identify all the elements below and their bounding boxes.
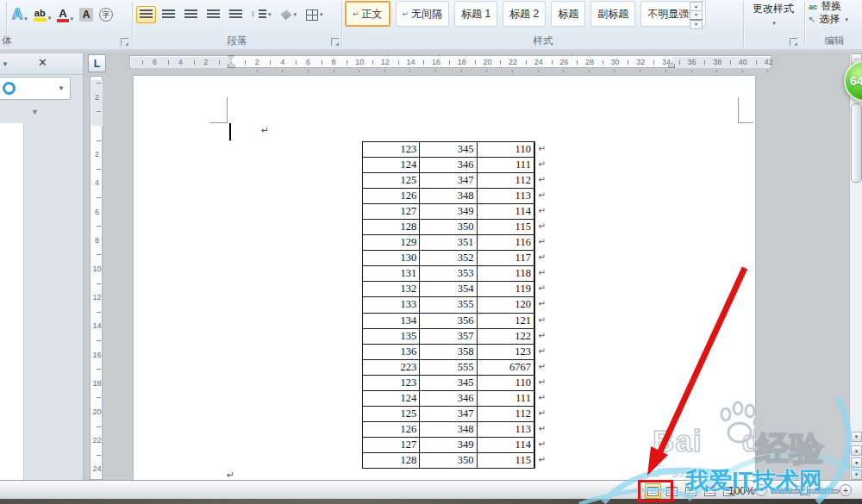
table-cell[interactable]: 110 (478, 376, 534, 390)
table-cell[interactable]: 114 (478, 204, 534, 219)
table-cell[interactable]: 132 (363, 282, 420, 296)
styles-dialog-launcher-icon[interactable] (790, 38, 797, 46)
navigation-search-input[interactable]: ▼ (0, 77, 71, 100)
table-cell[interactable]: 112 (478, 173, 534, 188)
table-cell[interactable]: 347 (420, 173, 477, 188)
table-cell[interactable]: 353 (420, 266, 477, 281)
table-cell[interactable]: 354 (420, 282, 477, 296)
table-cell[interactable]: 555 (420, 360, 477, 375)
table-cell[interactable]: 126 (363, 189, 420, 203)
style-item[interactable]: ↵无间隔 (396, 1, 450, 27)
horizontal-ruler[interactable]: 6422468101214161820222426283032343638404… (129, 55, 771, 76)
table-cell[interactable]: 350 (420, 220, 477, 234)
font-color-button[interactable]: A▾ (55, 6, 75, 24)
text-effects-button[interactable]: A▾ (10, 5, 29, 24)
table-cell[interactable]: 116 (478, 235, 534, 250)
table-cell[interactable]: 126 (363, 422, 420, 437)
replace-button[interactable]: ac 替换 (809, 0, 860, 13)
style-item[interactable]: 副标题 (590, 1, 635, 27)
table-cell[interactable]: 124 (363, 391, 420, 406)
table-cell[interactable]: 125 (363, 173, 420, 188)
table-cell[interactable]: 133 (363, 297, 420, 312)
shading-button[interactable]: ▾ (278, 6, 301, 23)
align-left-button[interactable] (136, 6, 156, 23)
table-cell[interactable]: 358 (420, 345, 477, 359)
table-cell[interactable]: 127 (363, 204, 420, 219)
table-cell[interactable]: 122 (478, 329, 534, 344)
table-cell[interactable]: 119 (478, 282, 534, 296)
table-cell[interactable]: 357 (420, 329, 477, 344)
table-cell[interactable]: 110 (478, 142, 534, 157)
table-cell[interactable]: 346 (420, 158, 477, 172)
table-cell[interactable]: 135 (363, 329, 420, 344)
table-cell[interactable]: 128 (363, 453, 420, 468)
table-cell[interactable]: 120 (478, 297, 534, 312)
navigation-results-panel[interactable] (0, 123, 24, 480)
align-center-button[interactable] (159, 6, 178, 23)
table-cell[interactable]: 117 (478, 251, 534, 265)
chevron-down-icon[interactable]: ▼ (58, 84, 65, 92)
gallery-more-icon[interactable]: ▾ (690, 19, 703, 29)
select-browse-object-button[interactable] (851, 457, 862, 468)
table-cell[interactable]: 356 (420, 314, 477, 328)
table-cell[interactable]: 345 (420, 376, 477, 390)
table-cell[interactable]: 111 (478, 391, 534, 406)
table-cell[interactable]: 223 (363, 360, 420, 375)
paragraph-dialog-launcher-icon[interactable] (331, 38, 339, 46)
table-cell[interactable]: 130 (363, 251, 420, 265)
table-cell[interactable]: 347 (420, 407, 477, 421)
table-cell[interactable]: 355 (420, 297, 477, 312)
table-cell[interactable]: 123 (363, 142, 420, 157)
browse-options-chevron-icon[interactable]: ▼ (31, 108, 39, 116)
table-cell[interactable]: 128 (363, 220, 420, 234)
previous-page-button[interactable] (851, 445, 862, 456)
table-cell[interactable]: 113 (478, 189, 534, 203)
table-cell[interactable]: 114 (478, 438, 534, 452)
table-cell[interactable]: 113 (478, 422, 534, 437)
close-icon[interactable]: ✕ (38, 56, 47, 69)
vertical-ruler[interactable]: 224681012141618202224 (90, 76, 104, 480)
select-button[interactable]: ↖ 选择 ▾ (809, 13, 860, 26)
vertical-scrollbar[interactable] (849, 53, 862, 480)
highlight-button[interactable]: ab▾ (32, 6, 53, 23)
table-cell[interactable]: 349 (420, 438, 477, 452)
table-cell[interactable]: 123 (363, 376, 420, 390)
table-cell[interactable]: 352 (420, 251, 477, 265)
font-dialog-launcher-icon[interactable] (121, 38, 128, 46)
table-cell[interactable]: 121 (478, 314, 534, 328)
tab-stop-selector[interactable]: L (88, 54, 106, 72)
table-cell[interactable]: 131 (363, 266, 420, 281)
chevron-down-icon[interactable]: ▼ (2, 60, 9, 68)
web-layout-view-button[interactable] (683, 483, 699, 499)
table-cell[interactable]: 349 (420, 204, 477, 219)
table-cell[interactable]: 134 (363, 314, 420, 328)
zoom-in-button[interactable]: + (840, 484, 852, 496)
zoom-level[interactable]: 100% (728, 485, 755, 497)
style-item[interactable]: ↵正文 (345, 1, 390, 27)
table-cell[interactable]: 129 (363, 235, 420, 250)
table-cell[interactable]: 351 (420, 235, 477, 250)
table-cell[interactable]: 346 (420, 391, 477, 406)
borders-button[interactable]: ▾ (303, 6, 327, 24)
style-item[interactable]: 标题 (551, 1, 585, 27)
scrollbar-thumb[interactable] (851, 103, 862, 183)
distribute-button[interactable] (226, 6, 246, 23)
enclose-characters-button[interactable]: 字 (97, 6, 115, 23)
next-page-button[interactable] (851, 470, 862, 480)
table-cell[interactable]: 348 (420, 189, 477, 203)
align-right-button[interactable] (181, 6, 201, 23)
zoom-out-button[interactable]: − (755, 484, 767, 496)
table-cell[interactable]: 111 (478, 158, 534, 172)
data-table[interactable]: 123345110↵124346111↵125347112↵126348113↵… (362, 141, 535, 469)
table-cell[interactable]: 115 (478, 453, 534, 468)
table-cell[interactable]: 124 (363, 158, 420, 172)
table-cell[interactable]: 350 (420, 453, 477, 468)
outline-view-button[interactable] (702, 483, 718, 499)
line-spacing-button[interactable]: ▾ (248, 6, 275, 23)
scroll-down-icon[interactable] (851, 432, 862, 442)
justify-button[interactable] (203, 6, 223, 23)
table-cell[interactable]: 127 (363, 438, 420, 452)
table-cell[interactable]: 118 (478, 266, 534, 281)
character-shading-button[interactable]: A (78, 6, 95, 23)
document-page[interactable]: ↵ 123345110↵124346111↵125347112↵12634811… (134, 76, 755, 480)
